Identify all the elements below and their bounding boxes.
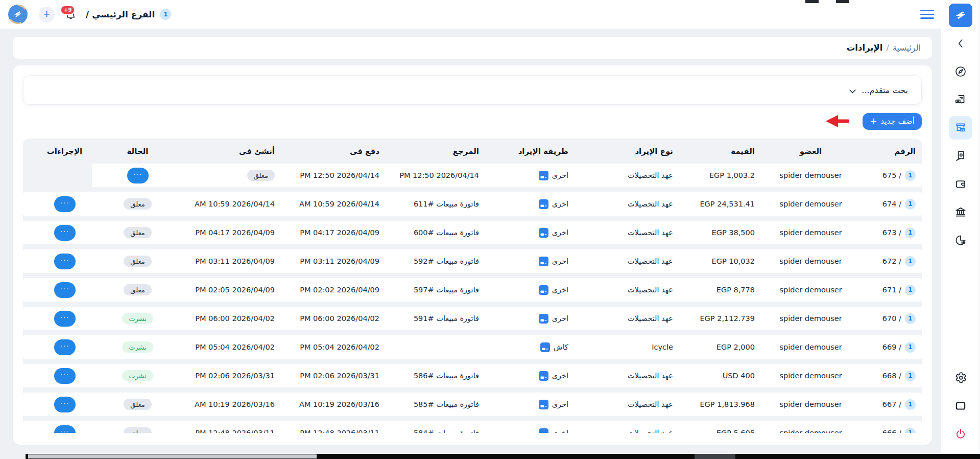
topbar: 1 الفرع الرئيسي / +9 + [0, 0, 941, 29]
cell-value: EGP 24,531.41 [679, 200, 761, 208]
wallet-card-icon [539, 257, 548, 266]
row-count-badge: 1 [905, 285, 916, 295]
breadcrumb-current: الإيرادات [847, 43, 883, 53]
cell-reference: PM 12:50 2026/04/14 [386, 171, 485, 179]
cell-reference: فاتورة مبيعات #585 [386, 400, 485, 408]
cell-value: EGP 10,032 [679, 257, 761, 265]
cell-member: spider demouser [761, 171, 861, 179]
cash-hand-icon [954, 149, 967, 163]
column-header: دفع فى [281, 147, 386, 156]
sidebar-item-payments[interactable] [949, 144, 972, 168]
wallet-card-icon [539, 371, 548, 381]
row-actions-button[interactable]: ··· [54, 368, 76, 384]
avatar[interactable] [8, 5, 28, 24]
table-row[interactable]: 1672 / spider demouserEGP 10,032عهد التح… [23, 249, 922, 273]
row-actions-button[interactable]: ··· [54, 225, 76, 241]
cell-revenue-type: عهد التحصيلات [575, 286, 679, 294]
add-new-button[interactable]: أضف جديد + [863, 113, 922, 130]
receipt-cash-icon [954, 93, 967, 106]
cell-paid-at: AM 10:19 2026/03/16 [281, 400, 386, 408]
cell-revenue-type: عهد التحصيلات [575, 314, 679, 323]
advanced-search-label: بحث متقدم... [862, 85, 908, 95]
column-header: طريقة الإيراد [485, 147, 575, 156]
revenues-table: الرقمالعضوالقيمةنوع الإيرادطريقة الإيراد… [23, 139, 922, 433]
row-actions-button[interactable]: ··· [54, 196, 76, 212]
branch-label: الفرع الرئيسي / [86, 9, 155, 19]
quick-add-button[interactable]: + [39, 7, 55, 22]
hamburger-menu-icon[interactable] [920, 10, 934, 19]
bank-icon [954, 205, 967, 219]
status-badge: نشرت [122, 313, 153, 324]
cell-actions: ··· [30, 254, 99, 269]
row-actions-button[interactable]: ··· [127, 168, 149, 183]
cell-member: spider demouser [761, 228, 861, 237]
row-actions-button[interactable]: ··· [54, 339, 76, 355]
cell-value: EGP 2,112.739 [679, 314, 761, 323]
cell-reference: فاتورة مبيعات #586 [386, 372, 485, 380]
sidebar-item-wallet[interactable] [949, 172, 972, 196]
page: الرئيسية / الإيرادات بحث متقدم... أضف جد… [0, 29, 941, 459]
table-row[interactable]: 1667 / spider demouserEGP 1,813.968عهد ا… [23, 393, 922, 416]
pie-chart-icon [954, 234, 967, 247]
row-actions-button[interactable]: ··· [54, 311, 76, 327]
table-row[interactable]: 1670 / spider demouserEGP 2,112.739عهد ا… [23, 307, 922, 330]
cell-number: 1671 / [861, 285, 922, 295]
status-badge: نشرت [122, 341, 153, 353]
cell-created-at: PM 04:17 2026/04/09 [176, 228, 281, 237]
row-count-badge: 1 [905, 227, 916, 238]
cell-member: spider demouser [761, 314, 861, 323]
sidebar-item-dashboard[interactable] [949, 60, 972, 83]
cell-number: 1672 / [861, 256, 922, 267]
table-row[interactable]: 1668 / spider demouserUSD 400عهد التحصيل… [23, 364, 922, 387]
bottom-bar-segment [695, 454, 735, 459]
cell-status: معلق [99, 427, 176, 433]
notifications-button[interactable]: +9 [65, 9, 77, 20]
status-badge: معلق [124, 399, 151, 410]
breadcrumb-home-link[interactable]: الرئيسية [893, 43, 921, 53]
sidebar-item-screen[interactable] [949, 394, 972, 418]
wallet-card-icon [539, 285, 548, 295]
cell-number: 1667 / [861, 399, 922, 410]
sidebar-item-reports[interactable] [949, 228, 972, 252]
row-count-badge: 1 [905, 199, 916, 210]
app-logo[interactable] [949, 4, 972, 27]
top-edge-artifact [836, 0, 849, 3]
cell-paid-at: PM 02:06 2026/03/31 [281, 372, 386, 380]
table-row[interactable]: 1673 / spider demouserEGP 38,500عهد التح… [23, 221, 922, 244]
advanced-search-bar[interactable]: بحث متقدم... [23, 75, 922, 105]
row-actions-button[interactable]: ··· [54, 425, 76, 433]
status-badge: نشرت [122, 370, 153, 381]
table-row[interactable]: 1675 / spider demouserEGP 1,003.2عهد الت… [92, 164, 922, 187]
cell-status: ··· [99, 168, 176, 183]
status-badge: معلق [124, 256, 151, 267]
sidebar-item-revenues[interactable] [949, 116, 972, 140]
sidebar-item-bank[interactable] [949, 200, 972, 224]
cell-revenue-type: عهد التحصيلات [575, 200, 679, 208]
table-row[interactable]: 1674 / spider demouserEGP 24,531.41عهد ا… [23, 192, 922, 216]
row-count-badge: 1 [905, 399, 916, 410]
cell-actions: ··· [30, 368, 99, 384]
cell-member: spider demouser [761, 286, 861, 294]
table-row[interactable]: 1669 / spider demouserEGP 2,000Icycleكاش… [23, 335, 922, 359]
table-row[interactable]: 1666 / spider demouserEGP 5,605عهد التحص… [23, 421, 922, 433]
cell-paid-at: PM 03:11 2026/04/09 [281, 257, 386, 265]
sidebar-item-logout[interactable] [949, 422, 972, 446]
row-count-badge: 1 [905, 313, 916, 324]
row-actions-button[interactable]: ··· [54, 397, 76, 412]
row-actions-button[interactable]: ··· [54, 254, 76, 269]
column-header: الرقم [861, 147, 922, 156]
sidebar-collapse-button[interactable] [949, 32, 972, 55]
status-badge: معلق [124, 227, 151, 238]
cell-value: EGP 1,813.968 [679, 400, 761, 408]
sidebar-item-expenses[interactable] [949, 88, 972, 111]
gear-icon [954, 371, 967, 384]
cell-number: 1674 / [861, 199, 922, 210]
cell-status: نشرت [99, 313, 176, 324]
table-row[interactable]: 1671 / spider demouserEGP 8,778عهد التحص… [23, 278, 922, 302]
cell-revenue-type: عهد التحصيلات [575, 257, 679, 265]
scrollbar-thumb[interactable] [28, 454, 317, 458]
row-actions-button[interactable]: ··· [54, 282, 76, 298]
sidebar-item-settings[interactable] [949, 366, 972, 389]
wallet-card-icon [539, 314, 548, 324]
column-header: المرجع [386, 147, 485, 156]
